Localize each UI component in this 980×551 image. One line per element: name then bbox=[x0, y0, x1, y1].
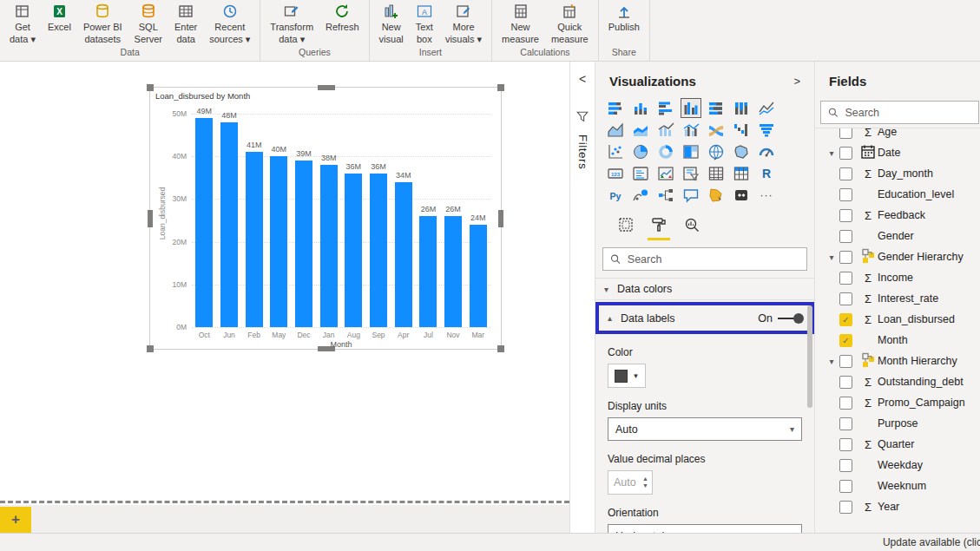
bar-column[interactable]: 49M bbox=[192, 114, 217, 327]
field-checkbox[interactable] bbox=[839, 167, 852, 180]
field-item-date[interactable]: ▾Date bbox=[815, 142, 980, 163]
data-labels-toggle[interactable] bbox=[778, 313, 802, 324]
field-checkbox[interactable] bbox=[839, 501, 852, 514]
bar[interactable] bbox=[295, 161, 312, 327]
filled-map-icon[interactable] bbox=[732, 142, 751, 161]
resize-handle[interactable] bbox=[318, 85, 335, 90]
field-checkbox[interactable] bbox=[839, 355, 852, 368]
resize-handle[interactable] bbox=[147, 345, 154, 352]
100-stacked-bar-chart-icon[interactable] bbox=[707, 99, 726, 117]
bar[interactable] bbox=[395, 182, 412, 327]
key-influencers-icon[interactable] bbox=[631, 186, 650, 204]
bar-column[interactable]: 26M bbox=[441, 114, 466, 327]
field-item-income[interactable]: ΣIncome bbox=[815, 267, 980, 288]
field-item-year[interactable]: ΣYear bbox=[815, 496, 980, 517]
bar[interactable] bbox=[345, 174, 362, 327]
donut-chart-icon[interactable] bbox=[656, 142, 675, 161]
expand-filters-icon[interactable]: < bbox=[579, 72, 586, 86]
field-item-education-level[interactable]: Education_level bbox=[815, 184, 980, 205]
recent-sources-button[interactable]: Recentsources ▾ bbox=[203, 0, 256, 46]
analytics-tab[interactable] bbox=[681, 216, 703, 240]
resize-handle[interactable] bbox=[497, 84, 504, 91]
orientation-dropdown[interactable]: Horizontal ▾ bbox=[608, 524, 802, 533]
update-available-text[interactable]: Update available (click bbox=[883, 536, 980, 548]
line-and-clustered-column-chart-icon[interactable] bbox=[681, 121, 700, 139]
filters-panel-label[interactable]: Filters bbox=[576, 134, 589, 169]
field-item-weekday[interactable]: Weekday bbox=[815, 455, 980, 476]
line-chart-icon[interactable] bbox=[757, 99, 776, 117]
bar-column[interactable]: 48M bbox=[217, 114, 242, 327]
bar-column[interactable]: 38M bbox=[316, 114, 341, 327]
multi-row-card-icon[interactable] bbox=[631, 164, 650, 182]
data-colors-section[interactable]: ▾ Data colors bbox=[595, 278, 814, 300]
ribbon-chart-icon[interactable] bbox=[707, 121, 726, 139]
field-checkbox[interactable] bbox=[839, 397, 852, 410]
bar-column[interactable]: 36M bbox=[366, 114, 391, 327]
display-units-dropdown[interactable]: Auto ▾ bbox=[608, 417, 802, 441]
fields-search-box[interactable] bbox=[820, 101, 979, 124]
bar[interactable] bbox=[270, 156, 287, 327]
field-checkbox[interactable] bbox=[839, 188, 852, 201]
field-checkbox[interactable] bbox=[839, 480, 852, 493]
field-checkbox[interactable] bbox=[839, 251, 852, 264]
pane-scrollbar[interactable] bbox=[807, 305, 812, 408]
bar-column[interactable]: 36M bbox=[341, 114, 366, 327]
field-checkbox[interactable] bbox=[839, 292, 852, 305]
field-checkbox[interactable]: ✓ bbox=[839, 334, 852, 347]
bar[interactable] bbox=[444, 216, 462, 327]
scatter-chart-icon[interactable] bbox=[606, 142, 625, 161]
more-visuals-button[interactable]: Morevisuals ▾ bbox=[439, 0, 488, 46]
paginated-report-icon[interactable] bbox=[707, 186, 726, 204]
waterfall-chart-icon[interactable] bbox=[732, 121, 751, 139]
resize-handle[interactable] bbox=[148, 210, 153, 227]
gauge-icon[interactable] bbox=[757, 142, 776, 161]
field-item-age[interactable]: ΣAge bbox=[815, 128, 980, 142]
more-visual-options-icon[interactable]: ··· bbox=[757, 186, 776, 204]
field-item-gender-hierarchy[interactable]: ▾Gender Hierarchy bbox=[815, 246, 980, 267]
field-checkbox[interactable]: ✓ bbox=[839, 313, 852, 326]
resize-handle[interactable] bbox=[147, 84, 154, 91]
bar[interactable] bbox=[320, 165, 338, 327]
bar-chart-visual[interactable]: Loan_disbursed by Month Loan_disbursed 5… bbox=[149, 87, 502, 350]
treemap-icon[interactable] bbox=[681, 142, 700, 161]
field-item-weeknum[interactable]: Weeknum bbox=[815, 476, 980, 496]
field-item-interest-rate[interactable]: ΣInterest_rate bbox=[815, 288, 980, 309]
field-item-month[interactable]: ✓Month bbox=[815, 330, 980, 351]
bar-column[interactable]: 24M bbox=[465, 114, 490, 327]
field-checkbox[interactable] bbox=[839, 128, 852, 139]
text-box-button[interactable]: ATextbox bbox=[410, 0, 439, 46]
bar-column[interactable]: 34M bbox=[391, 114, 416, 327]
expand-chevron-icon[interactable]: ▾ bbox=[824, 253, 839, 262]
get-data-button[interactable]: Getdata ▾ bbox=[3, 0, 42, 46]
line-and-stacked-column-chart-icon[interactable] bbox=[656, 121, 675, 139]
quick-measure-button[interactable]: Quickmeasure bbox=[545, 0, 595, 46]
bar[interactable] bbox=[370, 174, 387, 327]
expand-chevron-icon[interactable]: ▾ bbox=[824, 148, 839, 158]
table-icon[interactable] bbox=[707, 164, 726, 182]
field-item-feedback[interactable]: ΣFeedback bbox=[815, 205, 980, 226]
matrix-icon[interactable] bbox=[732, 164, 751, 182]
area-chart-icon[interactable] bbox=[606, 121, 625, 139]
python-visual-icon[interactable]: Py bbox=[606, 186, 625, 204]
clustered-bar-chart-icon[interactable] bbox=[656, 99, 675, 117]
field-item-quarter[interactable]: ΣQuarter bbox=[815, 434, 980, 455]
field-item-month-hierarchy[interactable]: ▾Month Hierarchy bbox=[815, 351, 980, 371]
card-icon[interactable]: 123 bbox=[606, 164, 625, 182]
bar[interactable] bbox=[220, 122, 238, 327]
resize-handle[interactable] bbox=[497, 345, 504, 352]
field-checkbox[interactable] bbox=[839, 417, 852, 430]
collapse-visualizations-icon[interactable]: > bbox=[793, 75, 800, 88]
slicer-icon[interactable] bbox=[681, 164, 700, 182]
field-item-loan-disbursed[interactable]: ✓ΣLoan_disbursed bbox=[815, 309, 980, 330]
bar-column[interactable]: 26M bbox=[416, 114, 441, 327]
power-automate-icon[interactable] bbox=[732, 186, 751, 204]
resize-handle[interactable] bbox=[498, 210, 503, 227]
field-item-outstanding-debt[interactable]: ΣOutstanding_debt bbox=[815, 371, 980, 392]
field-item-promo-campaign[interactable]: ΣPromo_Campaign bbox=[815, 392, 980, 413]
stacked-column-chart-icon[interactable] bbox=[631, 99, 650, 117]
map-icon[interactable] bbox=[707, 142, 726, 161]
bar[interactable] bbox=[195, 118, 213, 327]
publish-button[interactable]: Publish bbox=[602, 0, 646, 34]
field-checkbox[interactable] bbox=[839, 209, 852, 222]
field-checkbox[interactable] bbox=[839, 438, 852, 451]
